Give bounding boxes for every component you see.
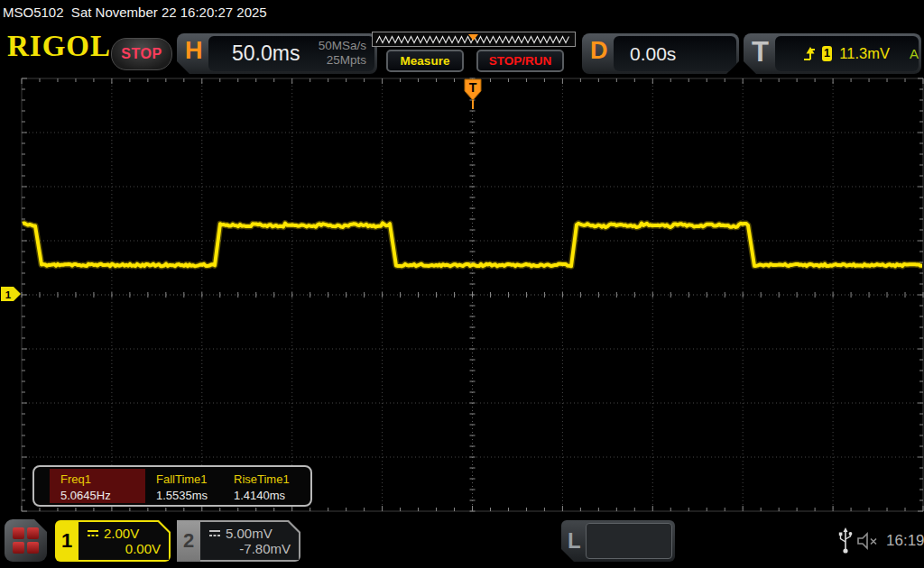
waveform-display: T 1: [0, 77, 924, 513]
model-and-datetime: MSO5102 Sat November 22 16:20:27 2025: [3, 5, 267, 20]
horizontal-label: H: [185, 39, 203, 63]
delay-label: D: [590, 39, 608, 63]
overview-zigzag: [373, 33, 573, 45]
horizontal-settings-panel[interactable]: H 50.0ms 50MSa/s 25Mpts: [177, 33, 377, 74]
quad-grid-icon: [13, 527, 39, 554]
measurement-col-1[interactable]: FallTime1 1.5535ms: [145, 469, 223, 503]
channel1-offset-marker[interactable]: 1: [1, 287, 21, 301]
channel1-offset: 0.00V: [125, 541, 161, 556]
trigger-level-value: 11.3mV: [839, 45, 890, 62]
channel1-status-block[interactable]: 1 2.00V 0.00V: [55, 520, 171, 562]
trigger-mode: A: [910, 46, 919, 61]
channel1-number: 1: [55, 520, 79, 562]
measurement-value: 5.0645Hz: [60, 489, 111, 502]
acquisition-status-badge: STOP: [111, 38, 172, 70]
measurement-label: RiseTime1: [234, 472, 290, 486]
measurement-label: Freq1: [60, 472, 91, 486]
rigol-logo: RIGOL: [7, 32, 111, 61]
sample-rate: 50MSa/s: [319, 39, 366, 53]
measure-button[interactable]: Measure: [386, 50, 464, 72]
channel1-values: 2.00V 0.00V: [79, 522, 169, 560]
waveform-overview-bar[interactable]: [372, 32, 576, 47]
measurement-col-0[interactable]: Freq1 5.0645Hz: [50, 469, 145, 503]
trigger-panel-inner: 1 11.3mV A: [775, 36, 919, 71]
channel2-scale: 5.00mV: [226, 526, 273, 541]
measurement-label: FallTime1: [156, 472, 208, 486]
stop-run-button[interactable]: STOP/RUN: [476, 50, 564, 72]
timebase-value: 50.0ms: [232, 41, 300, 66]
memory-depth: 25Mpts: [319, 53, 366, 68]
logic-channels-block[interactable]: L 0 1 2 3 4 5 6 7 8 9 1011 12131415: [561, 520, 675, 562]
channel-marker-number: 1: [5, 289, 12, 300]
header-bar: RIGOL STOP H 50.0ms 50MSa/s 25Mpts Measu…: [0, 26, 924, 77]
samplerate-memdepth: 50MSa/s 25Mpts: [319, 39, 366, 68]
oscilloscope-screen: MSO5102 Sat November 22 16:20:27 2025 RI…: [0, 0, 924, 568]
channel2-status-block[interactable]: 2 5.00mV -7.80mV: [177, 520, 300, 562]
delay-panel-inner: 0.00s: [614, 36, 736, 71]
channel2-values: 5.00mV -7.80mV: [200, 522, 299, 560]
clock: 16:19: [886, 532, 924, 550]
function-navigation-button[interactable]: [5, 519, 47, 562]
trigger-marker-letter: T: [469, 80, 477, 95]
logic-row-1: 0 1 2 3 4 5 6 7: [587, 558, 671, 568]
delay-panel[interactable]: D 0.00s: [582, 33, 739, 74]
trigger-label: T: [752, 38, 769, 66]
logic-label: L: [568, 528, 581, 554]
measurement-col-2[interactable]: RiseTime1 1.4140ms: [223, 469, 310, 503]
channel2-offset: -7.80mV: [239, 541, 291, 556]
measurement-value: 1.4140ms: [234, 489, 285, 502]
dc-coupling-icon: [86, 528, 100, 538]
trigger-source-badge: 1: [822, 46, 833, 61]
channel1-scale: 2.00V: [104, 526, 139, 541]
dc-coupling-icon: [208, 528, 222, 538]
delay-value: 0.00s: [630, 43, 676, 65]
trigger-panel[interactable]: T 1 11.3mV A: [744, 33, 921, 74]
horizontal-panel-inner: 50.0ms 50MSa/s 25Mpts: [208, 36, 374, 71]
logic-channel-numbers: 0 1 2 3 4 5 6 7 8 9 1011 12131415: [586, 523, 672, 559]
measurement-value: 1.5535ms: [156, 489, 208, 502]
channel2-number: 2: [177, 520, 200, 562]
measurement-results-panel[interactable]: Freq1 5.0645Hz FallTime1 1.5535ms RiseTi…: [32, 465, 312, 507]
rising-edge-icon: [802, 46, 815, 62]
graticule: [22, 78, 923, 511]
usb-icon: [837, 527, 854, 554]
speaker-muted-icon: [857, 532, 881, 550]
trigger-position-marker[interactable]: T: [465, 79, 481, 109]
